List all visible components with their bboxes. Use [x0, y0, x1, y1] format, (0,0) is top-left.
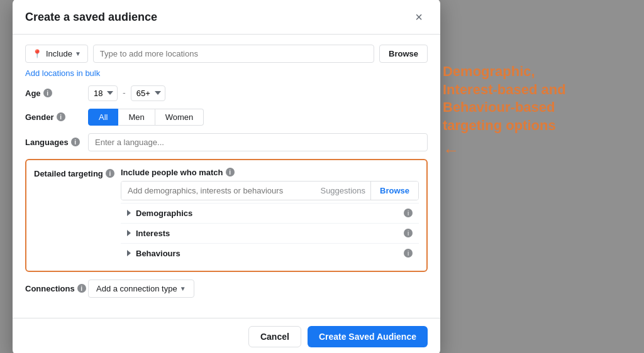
- annotation-line1: Demographic,: [443, 63, 535, 79]
- gender-men-button[interactable]: Men: [118, 109, 155, 126]
- behaviours-info-icon[interactable]: i: [404, 249, 413, 258]
- interests-item-left: Interests: [127, 229, 170, 238]
- detailed-targeting-info-icon[interactable]: i: [106, 169, 114, 178]
- age-label: Age i: [25, 89, 88, 98]
- annotation-area: Demographic, Interest-based and Behaviou…: [443, 63, 631, 160]
- languages-label: Languages i: [25, 138, 88, 147]
- modal-title: Create a saved audience: [25, 11, 157, 24]
- detailed-row: Detailed targeting i Include people who …: [34, 168, 419, 263]
- include-button[interactable]: 📍 Include ▼: [25, 45, 88, 63]
- demographics-label: Demographics: [136, 209, 192, 218]
- languages-row: Languages i: [25, 133, 428, 151]
- suggestions-link[interactable]: Suggestions: [315, 186, 370, 195]
- behaviours-label: Behaviours: [136, 249, 180, 258]
- annotation-arrow-icon: →: [443, 141, 459, 160]
- interests-info-icon[interactable]: i: [404, 229, 413, 237]
- add-connection-label: Add a connection type: [96, 284, 177, 293]
- interests-chevron-icon: [127, 230, 131, 236]
- behaviours-item-left: Behaviours: [127, 249, 180, 258]
- targeting-search-input[interactable]: [121, 182, 315, 200]
- languages-info-icon[interactable]: i: [71, 138, 80, 146]
- list-item[interactable]: Demographics i: [121, 203, 419, 223]
- demographics-info-icon[interactable]: i: [404, 209, 413, 217]
- create-saved-audience-button[interactable]: Create Saved Audience: [308, 326, 428, 347]
- age-max-select[interactable]: 65+ 605550 454035 302522 21201918: [131, 85, 165, 101]
- connections-info-icon[interactable]: i: [77, 284, 86, 293]
- annotation-text: Demographic, Interest-based and Behaviou…: [443, 63, 631, 134]
- chevron-down-icon: ▼: [75, 50, 81, 57]
- modal-header: Create a saved audience ×: [13, 0, 440, 35]
- demographics-chevron-icon: [127, 210, 131, 216]
- targeting-list: Demographics i Interests i: [121, 203, 419, 263]
- pin-icon: 📍: [32, 49, 42, 58]
- connection-chevron-icon: ▼: [180, 285, 186, 292]
- include-match-label: Include people who match i: [121, 168, 419, 177]
- modal-overlay: Create a saved audience × 📍 Include ▼ Br…: [0, 0, 644, 353]
- age-row: Age i 18 192021 253035 404550 556065 - 6…: [25, 85, 428, 101]
- targeting-browse-button[interactable]: Browse: [370, 182, 418, 200]
- list-item[interactable]: Interests i: [121, 223, 419, 243]
- add-connection-button[interactable]: Add a connection type ▼: [88, 280, 194, 298]
- gender-row: Gender i All Men Women: [25, 109, 428, 126]
- age-min-select[interactable]: 18 192021 253035 404550 556065: [88, 85, 118, 101]
- interests-label: Interests: [136, 229, 170, 238]
- detailed-targeting-box: Detailed targeting i Include people who …: [25, 159, 428, 272]
- include-label: Include: [46, 49, 72, 58]
- annotation-line4: targeting options: [443, 117, 556, 133]
- list-item[interactable]: Behaviours i: [121, 243, 419, 263]
- close-button[interactable]: ×: [410, 9, 428, 26]
- cancel-button[interactable]: Cancel: [248, 326, 301, 347]
- modal-body: 📍 Include ▼ Browse Add locations in bulk…: [13, 35, 440, 318]
- include-match-info-icon[interactable]: i: [226, 168, 235, 176]
- detailed-targeting-label: Detailed targeting i: [34, 168, 116, 178]
- behaviours-chevron-icon: [127, 250, 131, 256]
- add-bulk-link[interactable]: Add locations in bulk: [25, 68, 100, 78]
- connections-row: Connections i Add a connection type ▼: [25, 280, 428, 298]
- age-separator: -: [123, 88, 126, 98]
- age-info-icon[interactable]: i: [43, 89, 52, 97]
- demographics-item-left: Demographics: [127, 209, 192, 218]
- gender-women-button[interactable]: Women: [155, 109, 204, 126]
- gender-info-icon[interactable]: i: [57, 112, 65, 121]
- annotation-line2: Interest-based and: [443, 82, 566, 97]
- location-row: 📍 Include ▼ Browse: [25, 45, 428, 63]
- language-input[interactable]: [88, 133, 428, 151]
- modal: Create a saved audience × 📍 Include ▼ Br…: [13, 0, 440, 353]
- age-container: 18 192021 253035 404550 556065 - 65+ 605…: [88, 85, 165, 101]
- gender-label: Gender i: [25, 112, 88, 122]
- modal-footer: Cancel Create Saved Audience: [13, 318, 440, 354]
- connections-label: Connections i: [25, 284, 88, 293]
- targeting-search-row: Suggestions Browse: [121, 181, 419, 200]
- gender-container: All Men Women: [88, 109, 204, 126]
- detailed-content: Include people who match i Suggestions B…: [121, 168, 419, 263]
- gender-all-button[interactable]: All: [88, 109, 118, 126]
- location-browse-button[interactable]: Browse: [379, 45, 428, 63]
- location-input[interactable]: [93, 45, 374, 63]
- annotation-line3: Behaviour-based: [443, 99, 555, 115]
